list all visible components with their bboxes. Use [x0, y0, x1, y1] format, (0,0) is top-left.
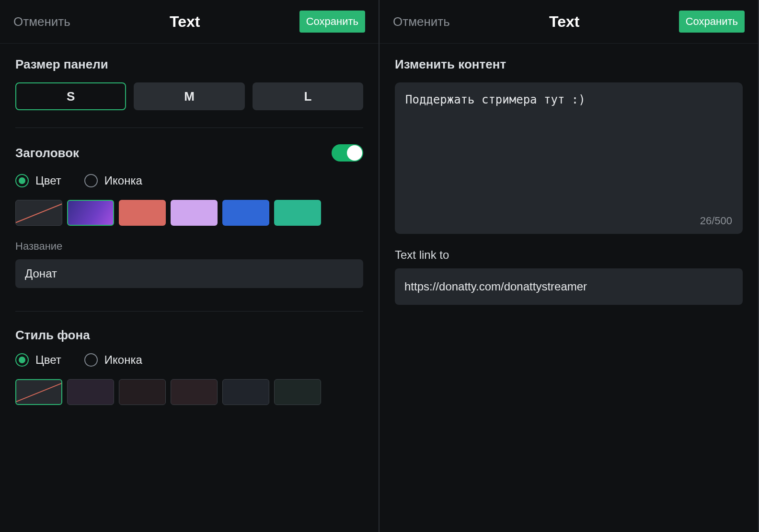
page-title: Text [549, 13, 579, 31]
header-radio-row: Цвет Иконка [15, 174, 363, 187]
header-row: Заголовок [15, 144, 363, 162]
size-option-l[interactable]: L [253, 82, 363, 110]
header-toggle[interactable] [332, 144, 363, 162]
right-pane: Отменить Text Сохранить Изменить контент… [380, 0, 759, 532]
swatch-bg-2[interactable] [119, 379, 166, 405]
swatch-green[interactable] [274, 200, 321, 226]
name-input[interactable] [15, 259, 363, 288]
radio-bg-color[interactable]: Цвет [15, 353, 61, 367]
link-label: Text link to [395, 248, 743, 262]
radio-color[interactable]: Цвет [15, 174, 61, 187]
header-label: Заголовок [15, 146, 79, 161]
radio-icon[interactable]: Иконка [84, 174, 142, 187]
swatch-bg-none[interactable] [15, 379, 62, 405]
cancel-button[interactable]: Отменить [393, 14, 450, 29]
radio-bg-icon[interactable]: Иконка [84, 353, 142, 367]
left-pane: Отменить Text Сохранить Размер панели S … [0, 0, 380, 532]
toggle-knob [347, 145, 362, 161]
swatch-bg-1[interactable] [67, 379, 114, 405]
divider [15, 311, 363, 312]
swatch-blue[interactable] [222, 200, 269, 226]
topbar-right: Отменить Text Сохранить [380, 0, 758, 44]
swatch-red[interactable] [119, 200, 166, 226]
swatch-none[interactable] [15, 200, 62, 226]
topbar-left: Отменить Text Сохранить [0, 0, 379, 44]
name-label: Название [15, 240, 363, 253]
swatch-bg-4[interactable] [222, 379, 269, 405]
content-textarea[interactable] [405, 93, 732, 208]
bg-swatch-row [15, 379, 363, 405]
cancel-button[interactable]: Отменить [13, 14, 70, 29]
swatch-lavender[interactable] [171, 200, 218, 226]
bg-radio-row: Цвет Иконка [15, 353, 363, 367]
panel-size-label: Размер панели [15, 57, 363, 72]
content-textarea-wrap: 26/500 [395, 82, 743, 234]
radio-bg-icon-label: Иконка [104, 353, 142, 367]
radio-bg-color-label: Цвет [35, 353, 61, 367]
divider [15, 127, 363, 128]
radio-circle-icon [84, 353, 98, 367]
radio-color-label: Цвет [35, 174, 61, 187]
swatch-bg-3[interactable] [171, 379, 218, 405]
right-content: Изменить контент 26/500 Text link to [380, 44, 758, 532]
swatch-bg-5[interactable] [274, 379, 321, 405]
link-input[interactable] [395, 268, 743, 305]
page-title: Text [170, 13, 200, 31]
panel-size-row: S M L [15, 82, 363, 110]
radio-circle-icon [84, 174, 98, 187]
swatch-purple[interactable] [67, 200, 114, 226]
radio-circle-icon [15, 353, 29, 367]
radio-icon-label: Иконка [104, 174, 142, 187]
bg-style-label: Стиль фона [15, 328, 363, 343]
content-label: Изменить контент [395, 57, 743, 72]
left-content: Размер панели S M L Заголовок Цвет Иконк… [0, 44, 379, 532]
char-counter: 26/500 [405, 215, 732, 227]
header-swatch-row [15, 200, 363, 226]
radio-circle-icon [15, 174, 29, 187]
save-button[interactable]: Сохранить [679, 11, 745, 33]
save-button[interactable]: Сохранить [299, 11, 365, 33]
size-option-m[interactable]: M [134, 82, 244, 110]
size-option-s[interactable]: S [15, 82, 126, 110]
